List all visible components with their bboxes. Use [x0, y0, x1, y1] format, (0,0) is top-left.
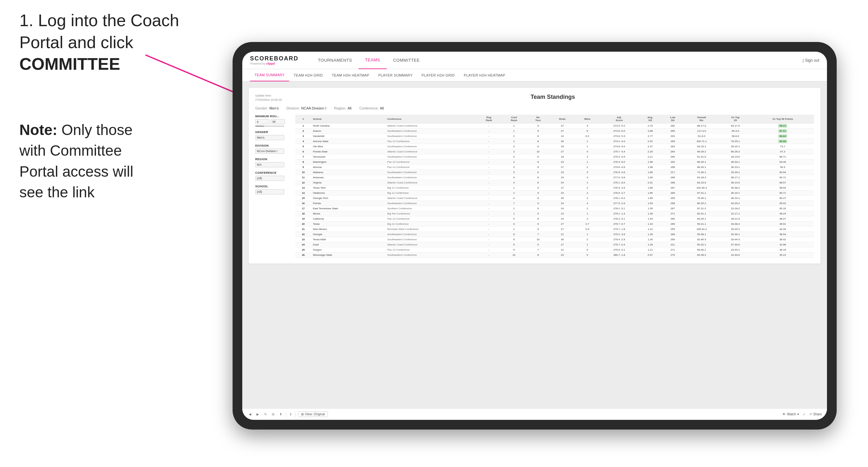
cell-overall: 83-25-1 [684, 216, 719, 222]
min-rounds-input[interactable] [255, 119, 270, 124]
eye-icon: 👁 [782, 412, 786, 416]
cell-adj-score: 279.1 -1.4 [599, 211, 639, 216]
cell-vs25: 22-17-1 [719, 211, 751, 216]
sub-nav-team-h2h-heatmap[interactable]: TEAM H2H HEATMAP [327, 69, 374, 82]
cell-avg-sg: 1.44 [639, 222, 661, 227]
cell-low-sg: 268 [661, 180, 684, 185]
cell-points: 86.64 [751, 134, 814, 139]
cell-overall: 86-26-1 [684, 165, 719, 170]
cell-low-sg: 270 [661, 253, 684, 258]
col-no-tour: NoTour [527, 115, 550, 123]
rounds-slider[interactable] [255, 126, 284, 127]
cell-rnds: 18 [550, 154, 575, 160]
cell-no-tour: 9 [527, 191, 550, 196]
nav-tournaments[interactable]: TOURNAMENTS [311, 52, 359, 69]
cell-wins: 1 [575, 160, 599, 165]
nav-items[interactable]: TOURNAMENTS TEAMS COMMITTEE [311, 52, 803, 69]
sidebar-region-select[interactable]: N/A All [255, 162, 284, 167]
cell-reg-rank: - [476, 185, 502, 191]
cell-overall: 59-39-1 [684, 232, 719, 237]
cell-adj-score: 279.2 -3.8 [599, 232, 639, 237]
cell-conf-rank: 1 [501, 139, 527, 144]
cell-no-tour: 9 [527, 201, 550, 206]
cell-overall: 87-21-2 [684, 206, 719, 211]
cell-conference: Southeastern Conference [386, 175, 476, 180]
cell-points: 60.3 [751, 165, 814, 170]
cell-wins: 4 [575, 123, 599, 128]
cell-wins: 2 [575, 216, 599, 222]
cell-avg-sg: 1.30 [639, 237, 661, 242]
cell-adj-score: 274.2 -4.0 [599, 139, 639, 144]
sub-nav-team-summary[interactable]: TEAM SUMMARY [250, 69, 289, 82]
toolbar-refresh-btn[interactable]: ↻ [263, 412, 268, 416]
toolbar-info-btn[interactable]: ℹ [289, 412, 293, 416]
cell-conference: Big Ten Conference [386, 211, 476, 216]
cell-points: 89.11 [751, 123, 814, 128]
sub-nav-player-h2h-heatmap[interactable]: PLAYER H2H HEATMAP [459, 69, 510, 82]
nav-committee[interactable]: COMMITTEE [387, 52, 426, 69]
toolbar-watch[interactable]: 👁 Watch ▾ [782, 412, 799, 416]
toolbar-back-btn[interactable]: ◀ [247, 412, 253, 416]
cell-wins: 2 [575, 196, 599, 201]
cell-points: 60.71 [751, 175, 814, 180]
cell-school: California [311, 216, 386, 222]
cell-overall: 91-6-0 [684, 134, 719, 139]
cell-rnds: 30 [550, 237, 575, 242]
col-avg-sg: Avg.SG [639, 115, 661, 123]
cell-rnds: 23 [550, 175, 575, 180]
cell-avg-sg: 1.85 [639, 185, 661, 191]
cell-conference: Atlantic Coast Conference [386, 149, 476, 154]
sidebar-gender-select[interactable]: Men's Women's [255, 135, 284, 140]
cell-wins: 0.9 [575, 227, 599, 232]
share-icon: ↗ [809, 412, 812, 416]
cell-points: 42.98 [751, 242, 814, 247]
cell-adj-score: 276.9 -3.6 [599, 170, 639, 175]
toolbar-view-original[interactable]: ⊞ View: Original [298, 411, 328, 417]
cell-adj-score: 274.8 -5.0 [599, 144, 639, 149]
col-overall: OverallRd. [684, 115, 719, 123]
cell-rnds: 24 [550, 216, 575, 222]
table-row: 11 Arkansas Southeastern Conference - 6 … [295, 175, 814, 180]
cell-rank: 25 [295, 247, 311, 253]
sidebar-region-section: Region N/A All [255, 158, 291, 167]
cell-rank: 14 [295, 191, 311, 196]
cell-conf-rank: 1 [501, 128, 527, 134]
cell-no-tour: 8 [527, 175, 550, 180]
table-row: 1 North Carolina Atlantic Coast Conferen… [295, 123, 814, 128]
cell-no-tour: 6 [527, 170, 550, 175]
table-row: 26 Mississippi State Southeastern Confer… [295, 253, 814, 258]
sidebar-conference-select[interactable]: (All) ACC SEC [255, 176, 284, 181]
sub-nav-player-h2h-grid[interactable]: PLAYER H2H GRID [417, 69, 459, 82]
nav-teams[interactable]: TEAMS [359, 52, 387, 69]
cell-adj-score: 279.7 -0.7 [599, 222, 639, 227]
table-row: 15 Georgia Tech Atlantic Coast Conferenc… [295, 196, 814, 201]
cell-no-tour: 8 [527, 134, 550, 139]
toolbar-share-small-btn[interactable]: ⬆ [278, 412, 283, 416]
cell-rnds: 27 [550, 227, 575, 232]
sidebar-division-select[interactable]: NCAA Division I NCAA Division II NCAA Di… [255, 149, 284, 154]
cell-school: Texas A&M [311, 237, 386, 242]
cell-reg-rank: - [476, 216, 502, 222]
cell-wins: 0.7 [575, 222, 599, 227]
toolbar-copy-btn[interactable]: ⧉ [271, 412, 276, 417]
cell-low-sg: 271 [661, 247, 684, 253]
cell-wins: 1 [575, 242, 599, 247]
table-body: 1 North Carolina Atlantic Coast Conferen… [295, 123, 814, 258]
toolbar-share[interactable]: ↗ Share [809, 412, 822, 416]
sidebar-school-select[interactable]: (All) [255, 189, 284, 194]
toolbar-fullscreen-btn[interactable]: ⤢ [802, 412, 807, 416]
max-rounds-input[interactable] [271, 119, 285, 124]
cell-low-sg: 262 [661, 160, 684, 165]
cell-rank: 24 [295, 242, 311, 247]
sub-nav-team-h2h-grid[interactable]: TEAM H2H GRID [289, 69, 327, 82]
cell-vs25: 30-15-1 [719, 191, 751, 196]
share-label: Share [813, 412, 822, 416]
cell-avg-sg: 2.52 [639, 139, 661, 144]
cell-vs25: 23-33-1 [719, 247, 751, 253]
table-row: 22 Georgia Southeastern Conference - 8 7… [295, 232, 814, 237]
toolbar-forward-btn[interactable]: ▶ [255, 412, 260, 416]
sign-out-label[interactable]: Sign out [805, 58, 819, 63]
cell-points: 68.57 [751, 180, 814, 185]
sign-out[interactable]: | Sign out [803, 58, 819, 63]
sub-nav-player-summary[interactable]: PLAYER SUMMARY [374, 69, 417, 82]
